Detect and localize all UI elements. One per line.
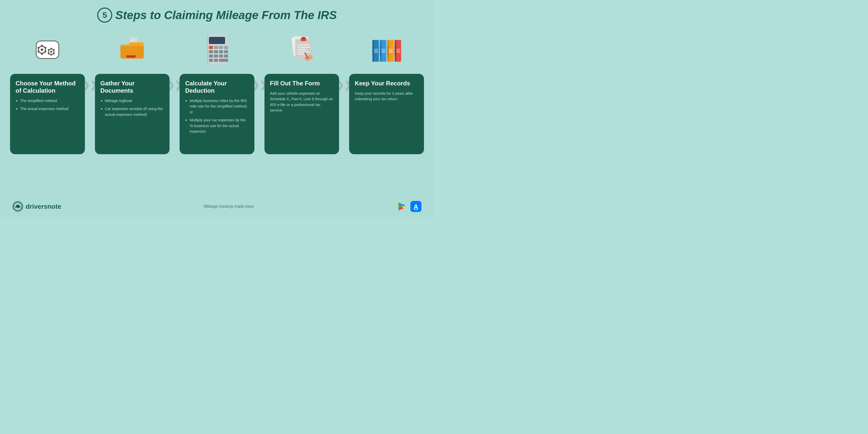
step4-card: Fill Out The Form Add your vehicle expen… xyxy=(265,74,339,154)
step1-card: Choose Your Method of Calculation The si… xyxy=(10,74,85,154)
svg-point-60 xyxy=(379,50,382,52)
svg-point-56 xyxy=(372,53,374,55)
step-column-1: Choose Your Method of Calculation The si… xyxy=(10,30,85,154)
arrow3: ❯❯ xyxy=(254,30,265,90)
step2-title: Gather Your Documents xyxy=(100,80,164,94)
header: 5 Steps to Claiming Mileage From The IRS xyxy=(97,7,337,23)
svg-rect-34 xyxy=(219,55,223,58)
svg-point-15 xyxy=(53,49,55,51)
google-play-icon[interactable] xyxy=(396,201,407,212)
svg-point-4 xyxy=(41,53,43,55)
svg-rect-23 xyxy=(210,37,224,43)
svg-point-66 xyxy=(387,53,389,55)
svg-point-61 xyxy=(379,53,382,55)
step1-item2: The actual expenses method xyxy=(20,106,80,112)
step3-body: Multiply business miles by the IRS mile … xyxy=(185,98,249,134)
step-number-circle: 5 xyxy=(97,7,112,23)
svg-rect-28 xyxy=(209,50,213,53)
svg-point-65 xyxy=(387,50,389,52)
svg-point-13 xyxy=(48,49,49,51)
step-column-5: Keep Your Records Keep your records for … xyxy=(349,30,424,154)
svg-rect-75 xyxy=(396,49,400,53)
step4-body: Add your vehicle expenses on Schedule C,… xyxy=(270,91,334,113)
step-column-3: Calculate Your Deduction Multiply busine… xyxy=(180,30,254,154)
svg-point-6 xyxy=(37,51,39,53)
svg-rect-30 xyxy=(219,50,223,53)
step2-card: Gather Your Documents Mileage logbook Ca… xyxy=(95,74,170,154)
step2-icon-area xyxy=(116,30,149,70)
svg-rect-24 xyxy=(209,46,213,49)
step3-title: Calculate Your Deduction xyxy=(185,80,249,94)
svg-rect-19 xyxy=(126,55,135,58)
steps-container: Choose Your Method of Calculation The si… xyxy=(10,30,424,197)
step1-title: Choose Your Method of Calculation xyxy=(16,80,80,94)
svg-rect-78 xyxy=(16,205,19,207)
step1-body: The simplified method The actual expense… xyxy=(16,98,80,112)
svg-rect-36 xyxy=(209,59,213,62)
step-number-text: 5 xyxy=(102,10,107,20)
svg-point-5 xyxy=(37,47,39,49)
svg-rect-0 xyxy=(36,41,59,59)
svg-rect-26 xyxy=(219,46,223,49)
step3-card: Calculate Your Deduction Multiply busine… xyxy=(180,74,254,154)
step3-item2: Multiply your car expenses by the % busi… xyxy=(190,117,249,134)
svg-rect-44 xyxy=(297,44,310,45)
step5-icon-area xyxy=(370,30,403,70)
svg-point-82 xyxy=(19,208,20,209)
svg-rect-48 xyxy=(297,54,304,55)
svg-rect-73 xyxy=(381,49,385,53)
app-store-icons: A xyxy=(396,201,422,212)
page: 5 Steps to Claiming Mileage From The IRS xyxy=(0,0,434,217)
calculator-icon xyxy=(201,33,233,66)
arrow4: ❯❯ xyxy=(339,30,349,90)
step-column-2: Gather Your Documents Mileage logbook Ca… xyxy=(95,30,170,154)
step3-icon-area xyxy=(201,30,233,70)
svg-rect-46 xyxy=(297,49,306,50)
step5-card: Keep Your Records Keep your records for … xyxy=(349,74,424,154)
gear-icon xyxy=(32,35,63,65)
folder-icon xyxy=(116,33,149,66)
step2-item2: Car expenses receipts (if using the actu… xyxy=(105,106,164,117)
step5-text: Keep your records for 3 years after subm… xyxy=(354,91,418,102)
step5-title: Keep Your Records xyxy=(354,80,418,87)
footer: driversnote Mileage tracking made easy xyxy=(10,201,424,212)
svg-rect-32 xyxy=(209,55,213,58)
svg-point-11 xyxy=(51,48,52,49)
step4-title: Fill Out The Form xyxy=(270,80,334,87)
svg-point-55 xyxy=(372,50,374,52)
page-title: Steps to Claiming Mileage From The IRS xyxy=(115,8,337,22)
svg-rect-45 xyxy=(297,47,310,48)
brand-name-text: driversnote xyxy=(26,203,61,211)
svg-rect-31 xyxy=(224,50,228,53)
svg-point-16 xyxy=(53,53,55,55)
step1-item1: The simplified method xyxy=(20,98,80,104)
svg-rect-47 xyxy=(297,52,310,53)
svg-rect-38 xyxy=(219,59,228,62)
step-column-4: Fill Out The Form Add your vehicle expen… xyxy=(265,30,339,154)
svg-point-8 xyxy=(44,51,46,53)
car-icon xyxy=(13,202,22,211)
brand-logo-icon xyxy=(12,201,23,212)
svg-rect-27 xyxy=(224,46,228,49)
binders-icon xyxy=(370,33,403,66)
svg-point-2 xyxy=(41,49,43,51)
step4-text: Add your vehicle expenses on Schedule C,… xyxy=(270,91,334,113)
app-store-icon[interactable]: A xyxy=(410,201,422,212)
clipboard-icon xyxy=(285,33,318,66)
svg-rect-43 xyxy=(302,37,305,39)
arrow1: ❯❯ xyxy=(85,30,95,90)
svg-point-81 xyxy=(16,208,17,209)
svg-rect-37 xyxy=(214,59,218,62)
svg-point-69 xyxy=(394,46,397,49)
svg-rect-25 xyxy=(214,46,218,49)
svg-point-7 xyxy=(44,47,46,49)
svg-point-64 xyxy=(387,46,389,49)
svg-rect-35 xyxy=(224,55,228,58)
svg-rect-72 xyxy=(374,49,378,53)
svg-point-10 xyxy=(50,51,52,53)
svg-point-54 xyxy=(372,46,374,49)
svg-point-59 xyxy=(379,46,382,49)
step4-icon-area xyxy=(285,30,318,70)
svg-point-70 xyxy=(394,50,397,52)
svg-rect-33 xyxy=(214,55,218,58)
